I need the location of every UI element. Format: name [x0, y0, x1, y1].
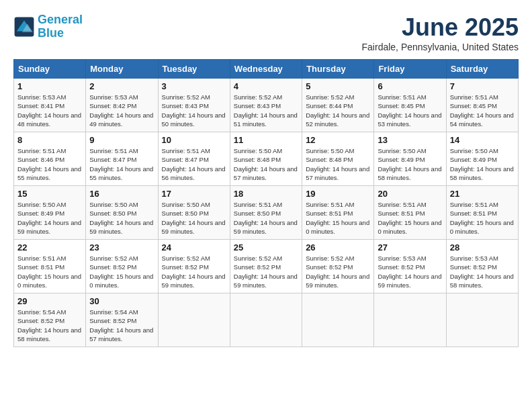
calendar-cell: 19Sunrise: 5:51 AMSunset: 8:51 PMDayligh…	[302, 186, 374, 240]
day-info: Sunrise: 5:53 AMSunset: 8:42 PMDaylight:…	[89, 93, 154, 128]
day-info: Sunrise: 5:51 AMSunset: 8:51 PMDaylight:…	[306, 200, 370, 236]
day-info: Sunrise: 5:51 AMSunset: 8:45 PMDaylight:…	[450, 93, 515, 128]
day-info: Sunrise: 5:53 AMSunset: 8:52 PMDaylight:…	[450, 254, 515, 289]
day-number: 2	[89, 81, 154, 91]
day-info: Sunrise: 5:52 AMSunset: 8:43 PMDaylight:…	[162, 93, 226, 128]
day-info: Sunrise: 5:50 AMSunset: 8:48 PMDaylight:…	[306, 146, 370, 182]
calendar-cell: 17Sunrise: 5:50 AMSunset: 8:50 PMDayligh…	[158, 186, 230, 240]
day-info: Sunrise: 5:52 AMSunset: 8:44 PMDaylight:…	[306, 93, 370, 128]
day-info: Sunrise: 5:54 AMSunset: 8:52 PMDaylight:…	[17, 308, 82, 343]
day-number: 14	[450, 135, 515, 145]
weekday-header-friday: Friday	[374, 60, 446, 79]
calendar-cell: 20Sunrise: 5:51 AMSunset: 8:51 PMDayligh…	[374, 186, 446, 240]
day-info: Sunrise: 5:50 AMSunset: 8:48 PMDaylight:…	[234, 146, 298, 182]
calendar-cell	[230, 293, 302, 347]
calendar-cell: 14Sunrise: 5:50 AMSunset: 8:49 PMDayligh…	[446, 132, 518, 186]
day-info: Sunrise: 5:51 AMSunset: 8:51 PMDaylight:…	[450, 200, 515, 236]
day-number: 7	[450, 81, 515, 91]
day-info: Sunrise: 5:51 AMSunset: 8:47 PMDaylight:…	[162, 146, 226, 182]
weekday-header-saturday: Saturday	[446, 60, 518, 79]
calendar-cell	[158, 293, 230, 347]
weekday-header-monday: Monday	[86, 60, 158, 79]
day-number: 27	[378, 242, 442, 253]
calendar-cell: 30Sunrise: 5:54 AMSunset: 8:52 PMDayligh…	[86, 293, 158, 347]
calendar-cell: 13Sunrise: 5:50 AMSunset: 8:49 PMDayligh…	[374, 132, 446, 186]
day-info: Sunrise: 5:50 AMSunset: 8:50 PMDaylight:…	[162, 200, 226, 236]
calendar-cell: 6Sunrise: 5:51 AMSunset: 8:45 PMDaylight…	[374, 79, 446, 132]
day-number: 29	[17, 296, 82, 306]
calendar-cell: 23Sunrise: 5:52 AMSunset: 8:52 PMDayligh…	[86, 240, 158, 293]
day-info: Sunrise: 5:51 AMSunset: 8:51 PMDaylight:…	[17, 254, 82, 289]
calendar-cell: 24Sunrise: 5:52 AMSunset: 8:52 PMDayligh…	[158, 240, 230, 293]
day-number: 12	[306, 135, 370, 145]
calendar-week-row: 1Sunrise: 5:53 AMSunset: 8:41 PMDaylight…	[14, 79, 519, 132]
day-number: 19	[306, 189, 370, 199]
calendar-subtitle: Fairdale, Pennsylvania, United States	[362, 42, 519, 52]
day-info: Sunrise: 5:51 AMSunset: 8:51 PMDaylight:…	[378, 200, 442, 236]
calendar-cell: 10Sunrise: 5:51 AMSunset: 8:47 PMDayligh…	[158, 132, 230, 186]
calendar-week-row: 22Sunrise: 5:51 AMSunset: 8:51 PMDayligh…	[14, 240, 519, 293]
day-number: 15	[17, 189, 82, 199]
weekday-header-sunday: Sunday	[14, 60, 86, 79]
calendar-cell: 3Sunrise: 5:52 AMSunset: 8:43 PMDaylight…	[158, 79, 230, 132]
day-info: Sunrise: 5:52 AMSunset: 8:52 PMDaylight:…	[89, 254, 154, 289]
day-info: Sunrise: 5:50 AMSunset: 8:49 PMDaylight:…	[450, 146, 515, 182]
calendar-cell: 21Sunrise: 5:51 AMSunset: 8:51 PMDayligh…	[446, 186, 518, 240]
weekday-header-tuesday: Tuesday	[158, 60, 230, 79]
day-info: Sunrise: 5:50 AMSunset: 8:49 PMDaylight:…	[17, 200, 82, 236]
day-number: 5	[306, 81, 370, 91]
day-number: 3	[162, 81, 226, 91]
logo-icon	[13, 16, 35, 38]
day-info: Sunrise: 5:50 AMSunset: 8:50 PMDaylight:…	[89, 200, 154, 236]
day-number: 1	[17, 81, 82, 91]
day-number: 13	[378, 135, 442, 145]
day-info: Sunrise: 5:51 AMSunset: 8:50 PMDaylight:…	[234, 200, 298, 236]
day-number: 25	[234, 242, 298, 253]
calendar-cell: 7Sunrise: 5:51 AMSunset: 8:45 PMDaylight…	[446, 79, 518, 132]
calendar-week-row: 15Sunrise: 5:50 AMSunset: 8:49 PMDayligh…	[14, 186, 519, 240]
calendar-cell	[302, 293, 374, 347]
calendar-week-row: 29Sunrise: 5:54 AMSunset: 8:52 PMDayligh…	[14, 293, 519, 347]
weekday-header-row: SundayMondayTuesdayWednesdayThursdayFrid…	[14, 60, 519, 79]
calendar-cell: 26Sunrise: 5:52 AMSunset: 8:52 PMDayligh…	[302, 240, 374, 293]
day-number: 24	[162, 242, 226, 253]
logo-line1: General	[38, 13, 83, 26]
calendar-cell: 11Sunrise: 5:50 AMSunset: 8:48 PMDayligh…	[230, 132, 302, 186]
calendar-cell: 8Sunrise: 5:51 AMSunset: 8:46 PMDaylight…	[14, 132, 86, 186]
calendar-cell: 28Sunrise: 5:53 AMSunset: 8:52 PMDayligh…	[446, 240, 518, 293]
calendar-cell: 25Sunrise: 5:52 AMSunset: 8:52 PMDayligh…	[230, 240, 302, 293]
day-number: 8	[17, 135, 82, 145]
calendar-cell	[374, 293, 446, 347]
calendar-cell: 9Sunrise: 5:51 AMSunset: 8:47 PMDaylight…	[86, 132, 158, 186]
calendar-cell	[446, 293, 518, 347]
day-number: 18	[234, 189, 298, 199]
day-info: Sunrise: 5:52 AMSunset: 8:52 PMDaylight:…	[234, 254, 298, 289]
logo-text: General Blue	[38, 13, 83, 40]
day-number: 6	[378, 81, 442, 91]
day-info: Sunrise: 5:53 AMSunset: 8:52 PMDaylight:…	[378, 254, 442, 289]
day-number: 23	[89, 242, 154, 253]
calendar-cell: 1Sunrise: 5:53 AMSunset: 8:41 PMDaylight…	[14, 79, 86, 132]
weekday-header-thursday: Thursday	[302, 60, 374, 79]
calendar-cell: 29Sunrise: 5:54 AMSunset: 8:52 PMDayligh…	[14, 293, 86, 347]
logo: General Blue	[13, 13, 83, 40]
day-number: 30	[89, 296, 154, 306]
day-info: Sunrise: 5:50 AMSunset: 8:49 PMDaylight:…	[378, 146, 442, 182]
day-number: 28	[450, 242, 515, 253]
day-info: Sunrise: 5:51 AMSunset: 8:46 PMDaylight:…	[17, 146, 82, 182]
calendar-cell: 12Sunrise: 5:50 AMSunset: 8:48 PMDayligh…	[302, 132, 374, 186]
day-number: 22	[17, 242, 82, 253]
day-info: Sunrise: 5:51 AMSunset: 8:47 PMDaylight:…	[89, 146, 154, 182]
calendar-cell: 4Sunrise: 5:52 AMSunset: 8:43 PMDaylight…	[230, 79, 302, 132]
logo-line2: Blue	[38, 26, 64, 40]
calendar-cell: 27Sunrise: 5:53 AMSunset: 8:52 PMDayligh…	[374, 240, 446, 293]
day-number: 26	[306, 242, 370, 253]
day-number: 11	[234, 135, 298, 145]
day-number: 9	[89, 135, 154, 145]
calendar-cell: 15Sunrise: 5:50 AMSunset: 8:49 PMDayligh…	[14, 186, 86, 240]
day-number: 10	[162, 135, 226, 145]
calendar-cell: 5Sunrise: 5:52 AMSunset: 8:44 PMDaylight…	[302, 79, 374, 132]
day-number: 21	[450, 189, 515, 199]
day-number: 17	[162, 189, 226, 199]
calendar-cell: 2Sunrise: 5:53 AMSunset: 8:42 PMDaylight…	[86, 79, 158, 132]
